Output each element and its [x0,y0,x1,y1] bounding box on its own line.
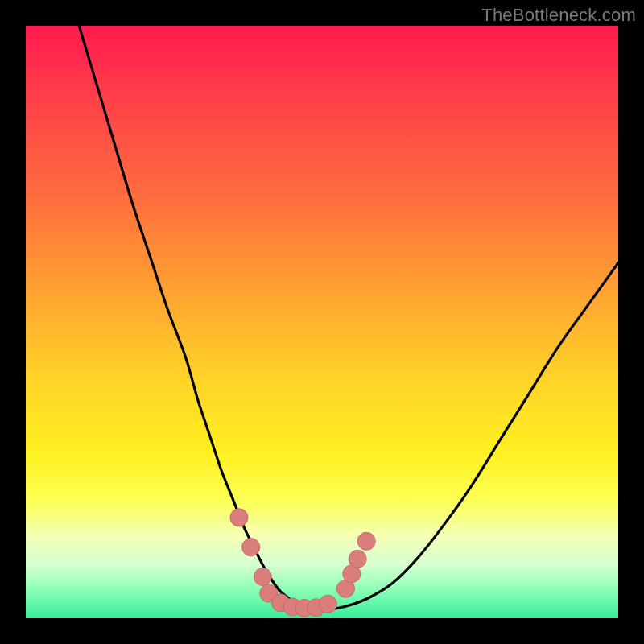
watermark-text: TheBottleneck.com [481,5,636,26]
chart-frame: TheBottleneck.com [0,0,644,644]
marker-point [349,550,366,568]
plot-area [26,26,618,618]
marker-group [230,509,375,617]
marker-point [254,568,271,585]
marker-point [357,532,375,550]
marker-point [242,539,260,556]
chart-svg [26,26,618,618]
marker-point [319,595,336,613]
bottleneck-curve [79,26,618,609]
marker-point [230,509,248,526]
